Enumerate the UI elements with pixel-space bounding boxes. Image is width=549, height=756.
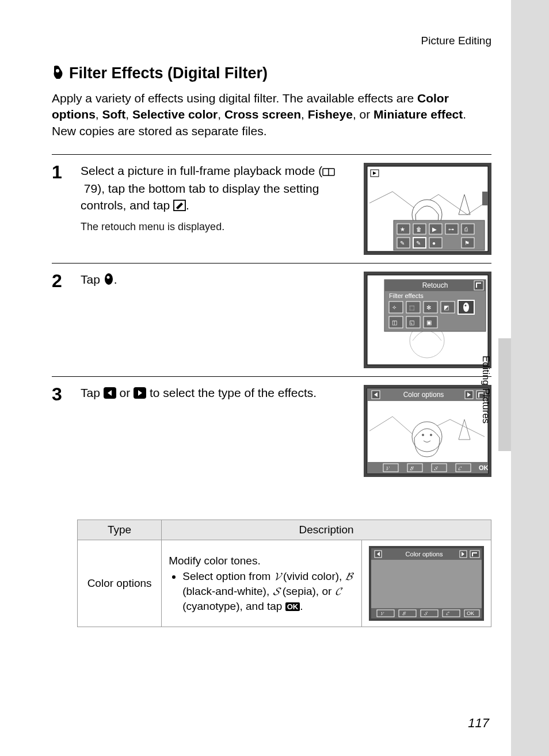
step-1-text: Select a picture in full-frame playback …: [81, 163, 354, 255]
thumb-tab: [498, 338, 511, 451]
table-row: Color options Modify color tones. Select…: [78, 540, 491, 627]
step-3-text: Tap or to select the type of the effects…: [81, 385, 354, 477]
svg-point-48: [465, 305, 467, 307]
svg-point-71: [430, 434, 432, 436]
svg-text:⊶: ⊶: [448, 226, 454, 232]
svg-text:◩: ◩: [444, 304, 449, 311]
intro-paragraph: Apply a variety of effects using digital…: [52, 90, 511, 139]
svg-rect-91: [470, 551, 479, 558]
svg-text:⚑: ⚑: [464, 240, 470, 246]
svg-text:▶: ▶: [432, 226, 437, 232]
description-cell: Modify color tones. Select option from 𝓥…: [162, 540, 362, 627]
step-1-sub: The retouch menu is displayed.: [81, 220, 354, 234]
col-type: Type: [78, 520, 162, 540]
step-2-text: Tap .: [81, 272, 354, 368]
page-title: Filter Effects (Digital Filter): [69, 64, 268, 82]
svg-point-47: [463, 303, 469, 312]
svg-point-31: [106, 276, 109, 279]
svg-point-0: [56, 69, 59, 72]
retouch-icon: [173, 199, 186, 215]
row-illustration: Color options 𝓥𝓑𝓢𝓒 OK: [361, 540, 491, 627]
section-header: Picture Editing: [52, 35, 511, 47]
manual-page: Picture Editing Filter Effects (Digital …: [0, 0, 511, 756]
svg-text:Filter effects: Filter effects: [389, 292, 424, 299]
svg-text:★: ★: [400, 226, 405, 232]
svg-text:▣: ▣: [426, 319, 432, 326]
page-number: 117: [468, 716, 489, 731]
svg-rect-37: [474, 281, 483, 290]
svg-rect-16: [462, 224, 474, 234]
svg-text:OK: OK: [479, 464, 489, 471]
panel-title: Retouch: [422, 281, 448, 289]
side-tab-label: Editing Pictures: [480, 356, 491, 423]
col-description: Description: [162, 520, 491, 540]
step-number: 1: [52, 163, 70, 255]
step-number: 3: [52, 385, 70, 477]
svg-text:✧: ✧: [392, 304, 396, 311]
svg-text:Color options: Color options: [403, 391, 444, 399]
step-3-illustration: Color options 𝓥𝓑𝓢𝓒 O: [364, 385, 491, 477]
right-arrow-icon: [134, 387, 146, 403]
step-1: 1 Select a picture in full-frame playbac…: [52, 155, 511, 263]
filter-icon: [104, 273, 114, 289]
svg-text:✻: ✻: [426, 304, 431, 311]
svg-text:◫: ◫: [392, 319, 397, 326]
svg-rect-10: [482, 192, 488, 205]
step-2-illustration: Retouch Filter effects ✧⬚✻◩ ◫◱▣: [364, 272, 491, 368]
svg-text:Color options: Color options: [406, 551, 443, 558]
page-title-row: Filter Effects (Digital Filter): [52, 64, 511, 82]
left-arrow-icon: [104, 387, 116, 403]
step-2: 2 Tap . Retouch Filter effe: [52, 264, 511, 376]
svg-text:●: ●: [432, 240, 436, 246]
svg-point-69: [412, 422, 442, 452]
book-icon: [322, 165, 335, 181]
svg-text:⬚: ⬚: [409, 304, 414, 311]
ok-icon: OK: [285, 602, 300, 611]
svg-point-70: [422, 434, 424, 436]
filter-icon: [52, 65, 64, 82]
svg-point-30: [105, 273, 113, 285]
svg-text:✎: ✎: [400, 240, 405, 246]
svg-text:OK: OK: [467, 610, 474, 616]
step-3: 3 Tap or to select the type of the effec…: [52, 377, 511, 485]
svg-text:⎙: ⎙: [464, 226, 468, 232]
step-1-illustration: ★🗑▶⊶⎙ ✎✎●⚑: [364, 163, 491, 255]
step-number: 2: [52, 272, 70, 368]
svg-text:🗑: 🗑: [416, 226, 422, 232]
svg-text:✎: ✎: [416, 240, 421, 246]
effects-table: Type Description Color options Modify co…: [77, 520, 491, 627]
type-cell: Color options: [78, 540, 162, 627]
svg-text:◱: ◱: [409, 319, 414, 326]
